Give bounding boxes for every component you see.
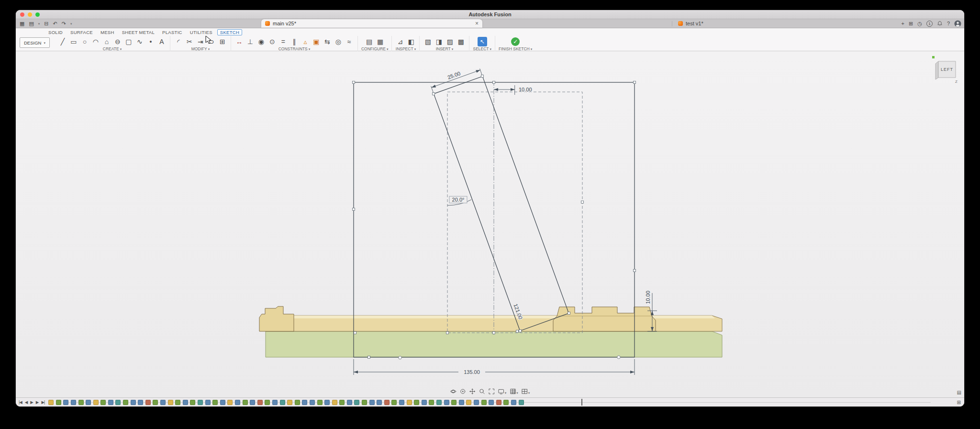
timeline-extrude-icon[interactable] [489, 400, 494, 405]
step-back-button[interactable]: ◀ [25, 400, 28, 405]
titlebar[interactable]: Autodesk Fusion [16, 10, 964, 19]
ribbon-tab-sheet-metal[interactable]: SHEET METAL [119, 29, 157, 35]
ribbon-group-label[interactable]: INSPECT [396, 46, 413, 51]
timeline-plane-icon[interactable] [227, 400, 233, 405]
ribbon-group-label[interactable]: SELECT [473, 46, 489, 51]
front-sight-block[interactable] [259, 306, 294, 331]
timeline-sketch-icon[interactable] [243, 400, 248, 405]
timeline-playhead[interactable] [581, 399, 582, 406]
viewcube[interactable]: LEFT Z [932, 56, 958, 84]
select-icon[interactable]: ↖ [478, 37, 487, 46]
timeline-sketch-icon[interactable] [481, 400, 487, 405]
plus-icon[interactable]: + [902, 21, 904, 26]
decal-icon[interactable]: ◨ [434, 37, 444, 46]
timeline-plane-icon[interactable] [466, 400, 471, 405]
text-icon[interactable]: A [157, 37, 167, 46]
tangent-icon[interactable]: ⊙ [267, 37, 277, 46]
ribbon-tab-mesh[interactable]: MESH [98, 29, 117, 35]
fillet-icon[interactable]: ◜ [174, 37, 183, 46]
timeline-sketch-icon[interactable] [78, 400, 84, 405]
timeline-extrude-icon[interactable] [86, 400, 91, 405]
timeline-extrude-icon[interactable] [220, 400, 225, 405]
analysis-icon[interactable]: ◧ [406, 37, 416, 46]
timeline-plane-icon[interactable] [93, 400, 99, 405]
timeline-sketch-icon[interactable] [414, 400, 419, 405]
timeline-sketch-icon[interactable] [212, 400, 218, 405]
ribbon-group-label[interactable]: MODIFY [191, 46, 207, 51]
timeline-extrude-icon[interactable] [474, 400, 479, 405]
viewcube-home-indicator[interactable] [932, 56, 935, 58]
ribbon-group-label[interactable]: CONFIGURE [361, 46, 386, 51]
timeline-extrude-icon[interactable] [272, 400, 278, 405]
move-copy-icon[interactable]: ⊞ [218, 37, 227, 46]
ellipse-icon[interactable]: ⊖ [113, 37, 122, 46]
pan-icon[interactable] [469, 388, 476, 395]
ribbon-group-label[interactable]: CREATE [103, 46, 119, 51]
ribbon-group-label[interactable]: INSERT [436, 46, 451, 51]
finish-sketch-icon[interactable]: ✓ [511, 37, 520, 46]
timeline-extrude-icon[interactable] [71, 400, 76, 405]
picatinny-rail-block[interactable] [553, 307, 656, 331]
timeline-extrude-icon[interactable] [310, 400, 315, 405]
undo-icon[interactable]: ↶ [53, 21, 57, 26]
timeline-extrude-icon[interactable] [399, 400, 404, 405]
timeline-joint-icon[interactable] [257, 400, 263, 405]
timeline-fillet-icon[interactable] [280, 400, 285, 405]
viewports-icon[interactable]: ▾ [522, 388, 530, 395]
help-icon[interactable]: ? [947, 21, 950, 26]
timeline-plane-icon[interactable] [48, 400, 54, 405]
measure-icon[interactable]: ⊿ [395, 37, 405, 46]
grid-settings-icon[interactable]: ▾ [510, 388, 518, 395]
timeline-plane-icon[interactable] [332, 400, 337, 405]
model-body[interactable] [259, 306, 722, 357]
timeline-fillet-icon[interactable] [436, 400, 442, 405]
timeline-sketch-icon[interactable] [56, 400, 61, 405]
timeline-sketch-icon[interactable] [100, 400, 106, 405]
job-status-icon[interactable]: ◷ [917, 21, 922, 26]
timeline-extrude-icon[interactable] [131, 400, 136, 405]
extend-icon[interactable]: ⇥ [196, 37, 205, 46]
insert-canvas-icon[interactable]: ▨ [445, 37, 455, 46]
play-button[interactable]: ▶ [30, 400, 33, 405]
point-icon[interactable]: • [146, 37, 156, 46]
timeline-extrude-icon[interactable] [183, 400, 188, 405]
zoom-window-button[interactable] [35, 12, 40, 17]
timeline-sketch-icon[interactable] [503, 400, 509, 405]
insert-dxf-icon[interactable]: ▩ [456, 37, 466, 46]
timeline-sketch-icon[interactable] [190, 400, 195, 405]
skip-to-end-button[interactable]: ▶| [41, 400, 45, 405]
timeline-sketch-icon[interactable] [391, 400, 397, 405]
timeline-sketch-icon[interactable] [295, 400, 300, 405]
dim-top-offset-label[interactable]: 10.00 [519, 87, 532, 92]
timeline-extrude-icon[interactable] [444, 400, 449, 405]
skip-to-start-button[interactable]: |◀ [19, 400, 22, 405]
trim-icon[interactable]: ✂ [185, 37, 194, 46]
viewport-canvas[interactable]: 25.00 10.00 20.0° 121.00 10.00 135.00 [16, 51, 964, 397]
coincident-icon[interactable]: ◉ [256, 37, 266, 46]
insert-image-icon[interactable]: ▧ [423, 37, 433, 46]
notifications-icon[interactable] [937, 21, 943, 27]
timeline-extrude-icon[interactable] [205, 400, 211, 405]
timeline-extrude-icon[interactable] [160, 400, 166, 405]
timeline-sketch-icon[interactable] [175, 400, 180, 405]
step-forward-button[interactable]: ▶ [36, 400, 39, 405]
timeline-fillet-icon[interactable] [115, 400, 121, 405]
timeline-extrude-icon[interactable] [347, 400, 352, 405]
timeline-sketch-icon[interactable] [451, 400, 457, 405]
viewcube-side-face[interactable] [935, 61, 938, 79]
timeline-fillet-icon[interactable] [519, 400, 524, 405]
sketch-dimension-icon[interactable]: ↔ [234, 37, 244, 46]
arc-icon[interactable]: ◠ [91, 37, 100, 46]
timeline-sketch-icon[interactable] [265, 400, 270, 405]
canvas-options-icon[interactable]: ▤ [957, 390, 961, 395]
timeline-plane-icon[interactable] [168, 400, 173, 405]
timeline-extrude-icon[interactable] [459, 400, 464, 405]
ribbon-tab-solid[interactable]: SOLID [45, 29, 66, 35]
ribbon-group-label[interactable]: CONSTRAINTS [278, 46, 308, 51]
extensions-icon[interactable]: ⊞ [909, 21, 913, 26]
fix-lock-icon[interactable]: ▣ [312, 37, 321, 46]
polygon-icon[interactable]: ⌂ [102, 37, 111, 46]
timeline-sketch-icon[interactable] [317, 400, 323, 405]
timeline-options-icon[interactable]: ⊞ [957, 400, 961, 405]
line-icon[interactable]: ╱ [58, 37, 67, 46]
